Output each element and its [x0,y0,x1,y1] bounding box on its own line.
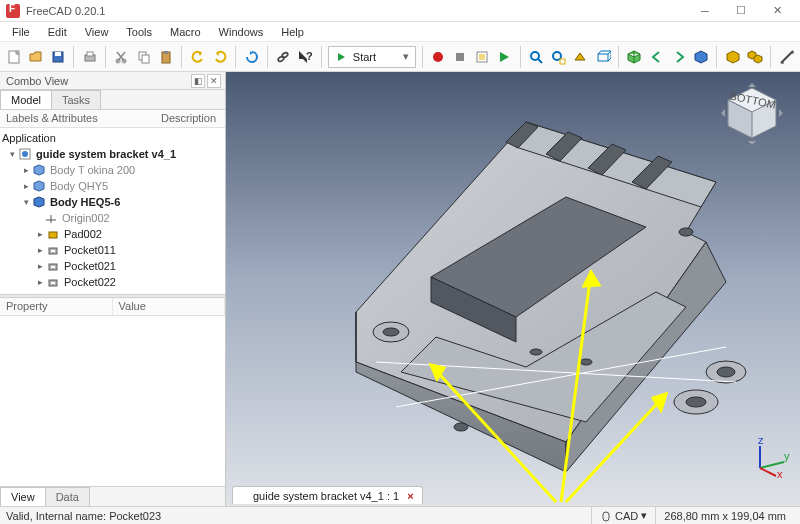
svg-text:x: x [777,468,783,478]
workspace-selector[interactable]: Start ▾ [328,46,416,68]
tree-pocket011[interactable]: ▸ Pocket011 [0,242,225,258]
svg-point-12 [282,51,289,57]
prop-tab-data[interactable]: Data [45,487,90,506]
main-toolbar: ? Start ▾ [0,42,800,72]
status-bar: Valid, Internal name: Pocket023 CAD ▾ 26… [0,506,800,524]
tab-tasks[interactable]: Tasks [51,90,101,109]
whatsthis-button[interactable]: ? [296,45,315,69]
dock-float-button[interactable]: ◧ [191,74,205,88]
svg-point-47 [679,228,693,236]
property-body[interactable] [0,316,225,486]
menu-file[interactable]: File [4,24,38,40]
navigation-cube[interactable]: BOTTOM [720,82,784,146]
tree-origin[interactable]: Origin002 [0,210,225,226]
dock-close-button[interactable]: ✕ [207,74,221,88]
macro-list-button[interactable] [473,45,492,69]
model-render [226,72,800,506]
measure-button[interactable] [777,45,796,69]
maximize-button[interactable]: ☐ [724,1,758,21]
macro-stop-button[interactable] [451,45,470,69]
prop-tab-view[interactable]: View [0,487,46,506]
svg-rect-10 [164,51,168,54]
combo-view-title: Combo View [6,75,68,87]
isometric-button[interactable] [625,45,644,69]
tree-pocket021[interactable]: ▸ Pocket021 [0,258,225,274]
menu-help[interactable]: Help [273,24,312,40]
macro-record-button[interactable] [429,45,448,69]
status-nav-mode[interactable]: CAD ▾ [591,507,655,524]
svg-rect-4 [87,52,93,56]
svg-point-46 [717,367,735,377]
titlebar: FreeCAD 0.20.1 ─ ☐ ✕ [0,0,800,22]
status-dimensions: 268,80 mm x 199,04 mm [655,507,794,524]
menu-edit[interactable]: Edit [40,24,75,40]
document-tab-close[interactable]: × [407,490,413,502]
tree-document[interactable]: ▾ guide system bracket v4_1 [0,146,225,162]
expand-icon[interactable]: ▸ [34,229,46,239]
draw-style-button[interactable] [571,45,590,69]
part-group-button[interactable] [745,45,764,69]
part-box-button[interactable] [723,45,742,69]
undo-button[interactable] [188,45,207,69]
window-title: FreeCAD 0.20.1 [26,5,688,17]
tree-body3[interactable]: ▾ Body HEQ5-6 [0,194,225,210]
minimize-button[interactable]: ─ [688,1,722,21]
expand-icon[interactable]: ▸ [20,181,32,191]
refresh-button[interactable] [242,45,261,69]
expand-icon[interactable]: ▸ [34,245,46,255]
tree-col-description: Description [155,110,225,127]
svg-point-14 [433,52,443,62]
close-button[interactable]: ✕ [760,1,794,21]
tree-app-root[interactable]: Application [0,130,225,146]
fit-all-button[interactable] [527,45,546,69]
redo-button[interactable] [210,45,229,69]
svg-line-21 [538,59,542,63]
body-icon [32,196,46,208]
svg-text:y: y [784,450,790,462]
print-button[interactable] [80,45,99,69]
menu-tools[interactable]: Tools [118,24,160,40]
cut-button[interactable] [112,45,131,69]
mouse-icon [600,510,612,522]
svg-rect-38 [51,282,55,284]
tree-pocket022[interactable]: ▸ Pocket022 [0,274,225,290]
svg-rect-34 [51,250,55,252]
copy-button[interactable] [134,45,153,69]
origin-icon [44,212,58,224]
menu-windows[interactable]: Windows [211,24,272,40]
svg-point-48 [454,423,468,431]
paste-button[interactable] [156,45,175,69]
pad-icon [46,228,60,240]
body-icon [32,180,46,192]
expand-icon[interactable]: ▸ [20,165,32,175]
nav-next-button[interactable] [669,45,688,69]
menu-view[interactable]: View [77,24,117,40]
link-button[interactable] [274,45,293,69]
model-tree[interactable]: Application ▾ guide system bracket v4_1 … [0,128,225,294]
collapse-icon[interactable]: ▾ [20,197,32,207]
part-cube-button[interactable] [691,45,710,69]
document-icon [237,490,249,502]
fit-selection-button[interactable] [549,45,568,69]
menu-macro[interactable]: Macro [162,24,209,40]
property-pane: Property Value View Data [0,298,225,506]
save-button[interactable] [48,45,67,69]
tab-model[interactable]: Model [0,90,52,109]
3d-viewport[interactable]: BOTTOM z y x guide system bracket v4_1 :… [226,72,800,506]
nav-prev-button[interactable] [647,45,666,69]
bounding-box-button[interactable] [593,45,612,69]
macro-run-button[interactable] [495,45,514,69]
expand-icon[interactable]: ▸ [34,261,46,271]
collapse-icon[interactable]: ▾ [6,149,18,159]
tree-body2[interactable]: ▸ Body QHY5 [0,178,225,194]
svg-rect-8 [142,55,149,63]
tree-body1[interactable]: ▸ Body T okina 200 [0,162,225,178]
svg-point-44 [686,397,706,407]
expand-icon[interactable]: ▸ [34,277,46,287]
new-file-button[interactable] [4,45,23,69]
svg-rect-24 [598,54,608,61]
tree-pad[interactable]: ▸ Pad002 [0,226,225,242]
open-file-button[interactable] [26,45,45,69]
app-icon [6,4,20,18]
document-tab[interactable]: guide system bracket v4_1 : 1 × [232,486,423,504]
